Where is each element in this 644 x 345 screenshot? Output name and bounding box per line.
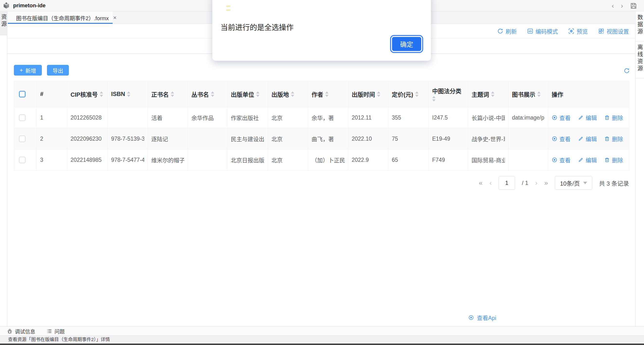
view-link[interactable]: 查看 xyxy=(552,135,570,143)
trash-icon xyxy=(604,115,610,120)
refresh-button[interactable]: 刷新 xyxy=(497,27,517,35)
pencil-icon xyxy=(578,115,584,120)
eye-icon xyxy=(552,115,558,120)
first-page-button[interactable]: « xyxy=(479,179,483,187)
debug-info-button[interactable]: 调试信息 xyxy=(7,328,35,335)
plus-icon: + xyxy=(20,67,23,73)
sort-icon[interactable] xyxy=(127,91,130,97)
delete-link[interactable]: 删除 xyxy=(604,135,623,143)
sidebar-item-offline-resources[interactable]: 离线资源 xyxy=(636,41,644,78)
status-bar: 查看资源「图书在版编目（生命周期事件2）」详情 xyxy=(0,336,644,344)
trash-icon xyxy=(604,157,610,163)
tab-label: 图书在版编目（生命周期事件2）.formx xyxy=(16,14,109,22)
view-link[interactable]: 查看 xyxy=(552,156,570,164)
select-all-checkbox[interactable] xyxy=(19,91,26,97)
eye-scan-icon xyxy=(568,28,574,34)
sort-icon[interactable] xyxy=(415,91,418,97)
eye-icon xyxy=(552,157,558,163)
bug-icon xyxy=(7,328,13,334)
col-series[interactable]: 丛书名 xyxy=(188,81,228,107)
confirm-button[interactable]: 确定 xyxy=(392,37,421,51)
col-cip[interactable]: CIP核准号 xyxy=(67,81,108,107)
delete-link[interactable]: 删除 xyxy=(604,156,623,164)
delete-link[interactable]: 删除 xyxy=(604,113,623,122)
problems-button[interactable]: 问题 xyxy=(46,328,65,335)
bottom-panel-bar: 调试信息 问题 xyxy=(0,326,644,336)
chevron-down-icon xyxy=(583,182,587,184)
app-logo-icon xyxy=(2,2,10,9)
faint-highlight-artifact xyxy=(226,5,230,11)
edit-link[interactable]: 编辑 xyxy=(578,135,597,143)
grid-squares-icon xyxy=(598,28,604,34)
status-text: 查看资源「图书在版编目（生命周期事件2）」详情 xyxy=(8,337,110,342)
sidebar-item-resources[interactable]: 资源 xyxy=(0,11,7,35)
col-index: # xyxy=(37,81,67,107)
sidebar-item-datasource[interactable]: 数据源 xyxy=(636,11,644,41)
sort-icon[interactable] xyxy=(171,91,174,97)
view-api-link[interactable]: 查看Api xyxy=(468,314,496,322)
sort-icon[interactable] xyxy=(211,91,214,97)
edit-link[interactable]: 编辑 xyxy=(578,113,597,122)
row-checkbox[interactable] xyxy=(19,114,26,121)
eye-icon xyxy=(552,136,558,142)
left-sidebar: 资源 xyxy=(0,11,7,336)
current-page-input[interactable]: 1 xyxy=(498,176,515,190)
row-checkbox[interactable] xyxy=(19,136,26,142)
window-bottom-edge xyxy=(0,344,644,345)
sort-icon[interactable] xyxy=(100,91,103,97)
sort-icon[interactable] xyxy=(256,91,260,97)
trash-icon xyxy=(604,136,610,142)
sort-icon[interactable] xyxy=(291,91,294,97)
page-total: / 1 xyxy=(522,180,528,186)
add-button[interactable]: + 新增 xyxy=(14,65,42,75)
next-page-button[interactable]: › xyxy=(535,179,537,187)
col-title[interactable]: 正书名 xyxy=(148,81,188,107)
alert-dialog: 当前进行的是全选操作 确定 xyxy=(212,0,431,61)
pencil-icon xyxy=(578,136,584,142)
books-table: # CIP核准号 ISBN 正书名 丛书名 出版单位 出版地 作者 出版时间 定… xyxy=(14,81,629,171)
sort-icon[interactable] xyxy=(432,96,436,102)
col-keywords[interactable]: 主题词 xyxy=(468,81,508,107)
table-header-row: # CIP核准号 ISBN 正书名 丛书名 出版单位 出版地 作者 出版时间 定… xyxy=(14,81,629,107)
table-row: 1 2012265028 活着 余华作品 作家出版社 北京 余华，著 2012.… xyxy=(14,107,629,128)
nav-back-icon[interactable]: ‹ xyxy=(612,2,614,9)
code-mode-button[interactable]: 编码模式 xyxy=(527,27,558,35)
col-place[interactable]: 出版地 xyxy=(268,81,308,107)
sort-icon[interactable] xyxy=(325,91,328,97)
col-pubtime[interactable]: 出版时间 xyxy=(348,81,388,107)
edit-link[interactable]: 编辑 xyxy=(578,156,597,164)
refresh-icon xyxy=(497,28,504,34)
nav-forward-icon[interactable]: › xyxy=(621,2,623,9)
tab-form-editor[interactable]: 图书在版编目（生命周期事件2）.formx × xyxy=(8,11,112,24)
view-settings-button[interactable]: 视图设置 xyxy=(598,27,629,35)
col-clc[interactable]: 中图法分类 xyxy=(429,81,468,107)
view-link[interactable]: 查看 xyxy=(552,113,570,122)
sort-icon[interactable] xyxy=(377,91,380,97)
sort-icon[interactable] xyxy=(537,91,541,97)
row-checkbox[interactable] xyxy=(19,157,26,163)
col-author[interactable]: 作者 xyxy=(308,81,348,107)
page-size-select[interactable]: 10条/页 xyxy=(555,176,592,190)
preview-button[interactable]: 预览 xyxy=(568,27,588,35)
right-sidebar: 数据源 离线资源 xyxy=(635,11,644,336)
export-button[interactable]: 导出 xyxy=(47,65,69,75)
app-title: primeton-ide xyxy=(13,2,46,9)
last-page-button[interactable]: » xyxy=(544,179,548,187)
col-actions: 操作 xyxy=(548,81,629,107)
col-display[interactable]: 图书展示 xyxy=(508,81,548,107)
total-records: 共 3 条记录 xyxy=(599,179,629,187)
pencil-icon xyxy=(578,157,584,163)
window-code-icon xyxy=(527,28,533,34)
sort-icon[interactable] xyxy=(491,91,494,97)
col-price[interactable]: 定价(元) xyxy=(388,81,429,107)
tab-close-icon[interactable]: × xyxy=(113,14,116,21)
resources-label: 资源 xyxy=(0,14,8,35)
prev-page-button[interactable]: ‹ xyxy=(489,179,492,187)
table-row: 3 2022148985 978-7-5477-43 维米尔的帽子 北京日报出版… xyxy=(14,149,629,171)
table-refresh-icon[interactable] xyxy=(624,67,630,74)
col-publisher[interactable]: 出版单位 xyxy=(228,81,268,107)
save-icon[interactable] xyxy=(630,2,637,9)
eye-icon xyxy=(468,315,474,321)
list-icon xyxy=(46,328,52,334)
col-isbn[interactable]: ISBN xyxy=(108,81,148,107)
